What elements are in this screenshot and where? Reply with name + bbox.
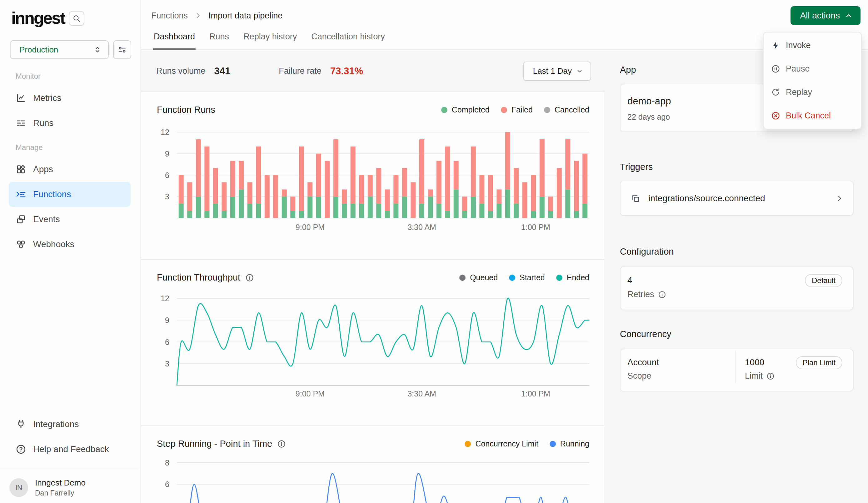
chart-title-function-runs: Function Runs (157, 105, 215, 115)
svg-text:3: 3 (165, 192, 169, 201)
chart-plot-0: 369129:00 PM3:30 AM1:00 PM (141, 92, 604, 259)
stats-bar: Runs volume 341 Failure rate 73.31% Last… (141, 51, 604, 92)
function-throughput-section: Function ThroughputQueuedStartedEnded369… (141, 260, 604, 426)
tab-cancellation-history[interactable]: Cancellation history (311, 32, 385, 50)
svg-text:9: 9 (165, 149, 169, 158)
runs-volume-label: Runs volume (156, 66, 206, 76)
sidebar: inngest Production MonitorMetricsRunsMan… (0, 0, 141, 503)
svg-text:1:00 PM: 1:00 PM (521, 389, 550, 398)
bolt-icon (771, 41, 780, 50)
legend-dot (441, 107, 447, 113)
apps-icon (16, 164, 26, 175)
sidebar-item-runs[interactable]: Runs (9, 111, 131, 136)
sidebar-item-integrations[interactable]: Integrations (9, 412, 131, 437)
legend-completed: Completed (441, 105, 489, 114)
svg-text:8: 8 (165, 458, 169, 467)
chevron-down-icon (576, 68, 583, 75)
user-org: Inngest Demo (35, 478, 86, 488)
metrics-icon (16, 93, 26, 103)
svg-text:1:00 PM: 1:00 PM (521, 223, 550, 232)
menu-item-label: Pause (786, 64, 810, 74)
tab-runs[interactable]: Runs (209, 32, 230, 50)
breadcrumb-import-data-pipeline: Import data pipeline (208, 11, 282, 21)
legend-dot (501, 107, 507, 113)
chart-legend: QueuedStartedEnded (459, 273, 589, 282)
legend-dot (459, 275, 466, 281)
menu-item-pause[interactable]: Pause (764, 57, 861, 81)
sidebar-item-metrics[interactable]: Metrics (9, 85, 131, 111)
sidebar-item-apps[interactable]: Apps (9, 157, 131, 182)
chart-title-text: Function Throughput (157, 273, 240, 283)
menu-item-invoke[interactable]: Invoke (764, 34, 861, 57)
chart-legend: Concurrency LimitRunning (465, 439, 589, 448)
legend-label: Queued (470, 273, 498, 282)
functions-icon (16, 189, 26, 199)
svg-text:3:30 AM: 3:30 AM (407, 389, 436, 398)
replay-icon (771, 88, 780, 97)
step-running-section: Step Running - Point in TimeConcurrency … (141, 426, 604, 503)
env-settings-button[interactable] (113, 40, 131, 59)
chevron-right-icon[interactable] (836, 194, 844, 203)
menu-item-label: Replay (786, 88, 812, 97)
tab-bar: DashboardRunsReplay historyCancellation … (153, 32, 385, 50)
copy-icon (631, 194, 640, 203)
default-badge: Default (805, 274, 843, 287)
events-icon (16, 214, 26, 225)
tab-dashboard[interactable]: Dashboard (153, 32, 196, 50)
triggers-heading: Triggers (620, 161, 653, 173)
retries-card: 4 Retries Default (620, 267, 854, 310)
svg-text:12: 12 (161, 128, 169, 136)
help-icon (16, 444, 26, 454)
retries-label: Retries (628, 290, 666, 299)
all-actions-button[interactable]: All actions (790, 6, 860, 25)
chevron-up-icon (845, 12, 852, 19)
menu-item-replay[interactable]: Replay (764, 81, 861, 104)
legend-label: Concurrency Limit (475, 439, 538, 448)
svg-text:9:00 PM: 9:00 PM (296, 223, 325, 232)
chart-legend: CompletedFailedCancelled (441, 105, 589, 114)
sidebar-item-label: Apps (33, 164, 53, 174)
plan-limit-badge: Plan Limit (796, 356, 843, 369)
user-name: Dan Farrelly (35, 489, 86, 497)
menu-item-bulk-cancel[interactable]: Bulk Cancel (764, 104, 861, 127)
configuration-heading: Configuration (620, 245, 674, 258)
avatar: IN (9, 478, 28, 497)
tab-replay-history[interactable]: Replay history (243, 32, 298, 50)
breadcrumb-functions[interactable]: Functions (151, 11, 188, 21)
svg-text:3: 3 (165, 359, 169, 368)
legend-failed: Failed (501, 105, 533, 114)
sidebar-item-help-and-feedback[interactable]: Help and Feedback (9, 437, 131, 462)
sliders-icon (117, 45, 127, 54)
trigger-card[interactable]: integrations/source.connected (620, 181, 854, 216)
chart-title-text: Step Running - Point in Time (157, 439, 272, 449)
chart-plot-2: 468 (141, 426, 604, 503)
legend-concurrency-limit: Concurrency Limit (465, 439, 538, 448)
concurrency-divider (735, 350, 735, 383)
search-button[interactable] (69, 11, 84, 26)
environment-selector[interactable]: Production (10, 40, 109, 59)
sidebar-item-webhooks[interactable]: Webhooks (9, 232, 131, 257)
app-age: 22 days ago (628, 112, 670, 122)
sidebar-item-label: Help and Feedback (33, 444, 109, 454)
svg-text:6: 6 (165, 338, 169, 347)
scope-value: Account (628, 357, 659, 367)
menu-item-label: Bulk Cancel (786, 111, 831, 121)
concurrency-card: Account Scope 1000 Limit Plan Limit (620, 349, 854, 391)
failure-rate-value: 73.31% (330, 65, 363, 77)
info-icon[interactable] (658, 290, 666, 299)
time-range-selector[interactable]: Last 1 Day (523, 62, 591, 81)
nav-section-manage: Manage (16, 141, 140, 154)
sidebar-item-events[interactable]: Events (9, 207, 131, 232)
pause-icon (771, 64, 780, 73)
svg-text:9:00 PM: 9:00 PM (296, 389, 325, 398)
svg-text:3:30 AM: 3:30 AM (407, 223, 436, 232)
sidebar-item-functions[interactable]: Functions (9, 182, 131, 207)
legend-label: Running (560, 439, 589, 448)
info-icon[interactable] (766, 372, 775, 380)
legend-dot (550, 441, 556, 447)
chart-plot-1: 369129:00 PM3:30 AM1:00 PM (141, 260, 604, 425)
user-profile[interactable]: IN Inngest Demo Dan Farrelly (0, 469, 140, 503)
limit-value: 1000 (745, 357, 764, 367)
sidebar-item-label: Webhooks (33, 239, 74, 249)
menu-item-label: Invoke (786, 41, 811, 50)
